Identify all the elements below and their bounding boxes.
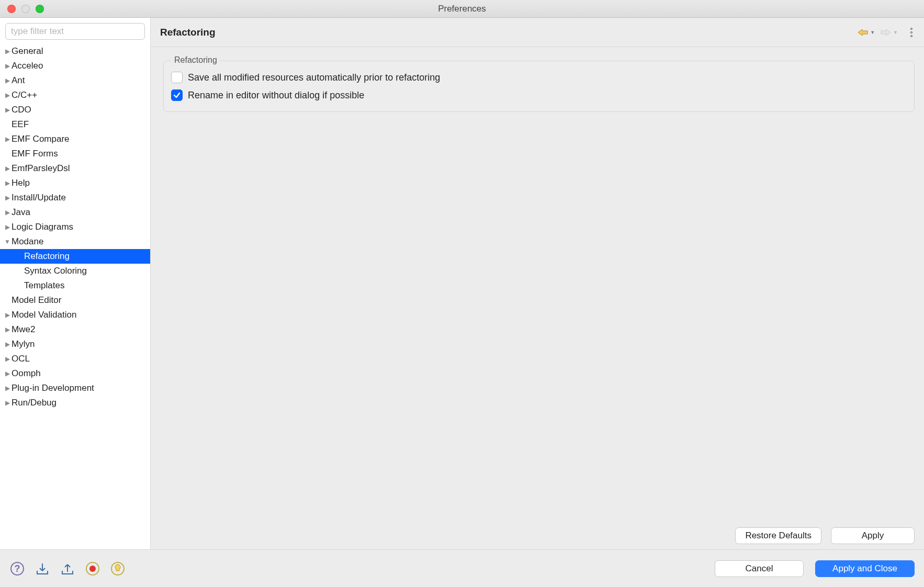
- tree-item-emfparsleydsl[interactable]: ▶EmfParsleyDsl: [0, 161, 150, 176]
- tree-item-mwe2[interactable]: ▶Mwe2: [0, 322, 150, 337]
- tree-item-general[interactable]: ▶General: [0, 44, 150, 59]
- tree-item-acceleo[interactable]: ▶Acceleo: [0, 59, 150, 73]
- chevron-right-icon: ▶: [3, 179, 12, 187]
- tree-item-java[interactable]: ▶Java: [0, 205, 150, 220]
- tree-item-label: OCL: [12, 354, 30, 364]
- svg-point-3: [89, 566, 96, 572]
- back-dropdown-icon[interactable]: ▼: [870, 30, 875, 35]
- tree-item-label: Mylyn: [12, 339, 35, 349]
- tree-item-ant[interactable]: ▶Ant: [0, 73, 150, 88]
- page-buttons: Restore Defaults Apply: [163, 521, 915, 544]
- tree-item-logic-diagrams[interactable]: ▶Logic Diagrams: [0, 220, 150, 234]
- main-area: ▶General▶Acceleo▶Ant▶C/C++▶CDO▶EEF▶EMF C…: [0, 18, 924, 549]
- tree-item-label: Model Validation: [12, 310, 76, 320]
- tree-item-label: EmfParsleyDsl: [12, 163, 70, 174]
- restore-defaults-button[interactable]: Restore Defaults: [735, 527, 821, 544]
- view-menu-icon[interactable]: [908, 28, 915, 37]
- page-title: Refactoring: [160, 27, 216, 38]
- minimize-window-button: [21, 5, 30, 13]
- chevron-right-icon: ▶: [3, 341, 12, 348]
- tree-item-syntax-coloring[interactable]: Syntax Coloring: [0, 264, 150, 278]
- tree-item-label: Modane: [12, 236, 43, 247]
- tree-item-label: Plug-in Development: [12, 383, 94, 393]
- dialog-footer: ? Cancel: [0, 549, 924, 587]
- tree-item-label: Templates: [24, 280, 64, 291]
- tree-item-label: EMF Compare: [12, 134, 70, 144]
- option-label: Rename in editor without dialog if possi…: [188, 90, 364, 101]
- tree-item-model-validation[interactable]: ▶Model Validation: [0, 308, 150, 322]
- tree-item-oomph[interactable]: ▶Oomph: [0, 366, 150, 381]
- tree-item-emf-compare[interactable]: ▶EMF Compare: [0, 132, 150, 146]
- svg-text:?: ?: [15, 563, 20, 574]
- close-window-button[interactable]: [7, 5, 16, 13]
- help-icon[interactable]: ?: [9, 561, 25, 577]
- option-row: Save all modified resources automaticall…: [171, 69, 907, 86]
- checkbox[interactable]: [171, 72, 183, 83]
- window-title: Preferences: [0, 4, 924, 14]
- tree-item-plug-in-development[interactable]: ▶Plug-in Development: [0, 381, 150, 396]
- window-titlebar: Preferences: [0, 0, 924, 18]
- back-icon[interactable]: [857, 28, 869, 37]
- chevron-right-icon: ▶: [3, 223, 12, 231]
- tree-item-ocl[interactable]: ▶OCL: [0, 352, 150, 366]
- tree-item-label: C/C++: [12, 90, 37, 100]
- tree-item-eef[interactable]: ▶EEF: [0, 117, 150, 132]
- footer-icons: ?: [9, 561, 126, 577]
- tree-item-cdo[interactable]: ▶CDO: [0, 103, 150, 117]
- preferences-content: Refactoring ▼ ▼: [151, 18, 924, 549]
- chevron-right-icon: ▶: [3, 399, 12, 407]
- tree-item-label: Refactoring: [24, 251, 70, 262]
- checkbox[interactable]: [171, 89, 183, 101]
- group-options: Save all modified resources automaticall…: [164, 69, 914, 104]
- chevron-right-icon: ▶: [3, 355, 12, 363]
- option-row: Rename in editor without dialog if possi…: [171, 86, 907, 104]
- tree-item-label: Acceleo: [12, 61, 43, 71]
- nav-history: ▼ ▼: [857, 28, 915, 37]
- tree-item-refactoring[interactable]: Refactoring: [0, 249, 150, 264]
- chevron-right-icon: ▶: [3, 92, 12, 99]
- tree-item-modane[interactable]: ▼Modane: [0, 234, 150, 249]
- tree-item-label: General: [12, 46, 43, 57]
- export-icon[interactable]: [60, 561, 75, 577]
- tree-item-label: EMF Forms: [12, 149, 58, 159]
- tree-item-mylyn[interactable]: ▶Mylyn: [0, 337, 150, 352]
- tree-item-emf-forms[interactable]: ▶EMF Forms: [0, 146, 150, 161]
- chevron-right-icon: ▶: [3, 62, 12, 70]
- preferences-tree[interactable]: ▶General▶Acceleo▶Ant▶C/C++▶CDO▶EEF▶EMF C…: [0, 43, 150, 549]
- chevron-right-icon: ▶: [3, 194, 12, 201]
- chevron-right-icon: ▶: [3, 326, 12, 333]
- chevron-right-icon: ▶: [3, 48, 12, 55]
- group-legend: Refactoring: [171, 55, 220, 65]
- forward-icon: [880, 28, 892, 37]
- tree-item-label: Model Editor: [12, 295, 61, 306]
- apply-button[interactable]: Apply: [831, 527, 915, 544]
- tree-item-templates[interactable]: Templates: [0, 278, 150, 293]
- record-icon[interactable]: [85, 561, 100, 577]
- chevron-right-icon: ▶: [3, 370, 12, 377]
- tree-item-model-editor[interactable]: ▶Model Editor: [0, 293, 150, 308]
- apply-and-close-button[interactable]: Apply and Close: [815, 560, 915, 577]
- forward-dropdown-icon: ▼: [893, 30, 898, 35]
- bulb-icon[interactable]: [110, 561, 126, 577]
- option-label: Save all modified resources automaticall…: [188, 72, 440, 83]
- chevron-down-icon: ▼: [3, 238, 12, 245]
- chevron-right-icon: ▶: [3, 106, 12, 114]
- chevron-right-icon: ▶: [3, 165, 12, 172]
- tree-item-help[interactable]: ▶Help: [0, 176, 150, 190]
- import-icon[interactable]: [35, 561, 50, 577]
- tree-item-label: Logic Diagrams: [12, 222, 73, 232]
- tree-item-run-debug[interactable]: ▶Run/Debug: [0, 396, 150, 410]
- chevron-right-icon: ▶: [3, 311, 12, 319]
- zoom-window-button[interactable]: [36, 5, 44, 13]
- filter-container: [0, 18, 150, 43]
- content-header: Refactoring ▼ ▼: [151, 18, 924, 47]
- tree-item-c-c-[interactable]: ▶C/C++: [0, 88, 150, 103]
- tree-item-install-update[interactable]: ▶Install/Update: [0, 190, 150, 205]
- chevron-right-icon: ▶: [3, 209, 12, 216]
- tree-item-label: CDO: [12, 105, 31, 115]
- cancel-button[interactable]: Cancel: [715, 560, 804, 577]
- tree-item-label: Run/Debug: [12, 398, 57, 408]
- window-traffic-lights: [0, 5, 44, 13]
- filter-input[interactable]: [5, 23, 145, 40]
- tree-item-label: Syntax Coloring: [24, 266, 87, 276]
